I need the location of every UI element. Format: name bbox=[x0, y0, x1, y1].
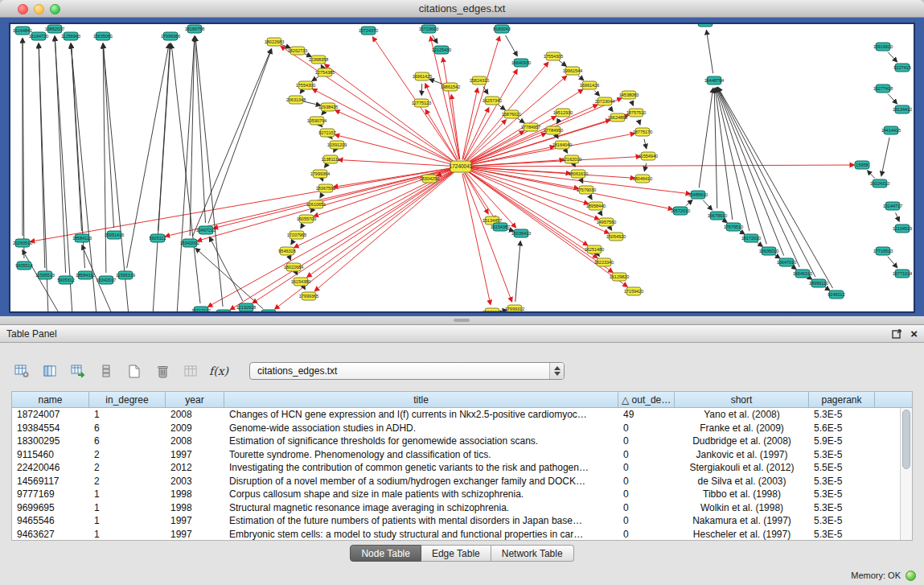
table-row[interactable]: 1456911722003Disruption of a novel membe… bbox=[12, 475, 912, 488]
delete-table-icon[interactable] bbox=[152, 361, 173, 381]
graph-node-label: 18022683 bbox=[265, 39, 284, 44]
graph-edge bbox=[315, 171, 456, 291]
graph-edge bbox=[590, 196, 592, 200]
graph-node-label: 17207965 bbox=[287, 233, 306, 237]
table-panel-body: f(x) citations_edges.txt name in_degree … bbox=[0, 343, 924, 585]
panel-splitter[interactable] bbox=[0, 316, 924, 324]
graph-edge bbox=[714, 89, 717, 208]
table-cell: 1 bbox=[89, 514, 166, 528]
float-panel-icon[interactable] bbox=[892, 328, 902, 339]
minimize-window-button[interactable] bbox=[34, 4, 44, 14]
table-cell: 5.3E-5 bbox=[809, 488, 875, 501]
graph-edge bbox=[31, 168, 454, 242]
tab-edge-table[interactable]: Edge Table bbox=[421, 545, 491, 562]
table-cell: Hescheler et al. (1997) bbox=[675, 528, 809, 542]
row-height-icon[interactable] bbox=[96, 361, 117, 381]
graph-node-label: 18262733 bbox=[288, 48, 307, 53]
table-settings-icon[interactable] bbox=[11, 361, 32, 381]
graph-edge bbox=[55, 36, 72, 311]
table-tabs: Node Table Edge Table Network Table bbox=[11, 545, 913, 562]
table-row[interactable]: 977716911998Corpus callosum shape and si… bbox=[12, 488, 912, 501]
graph-node-label: 16679910 bbox=[708, 213, 727, 218]
table-row[interactable]: 1830029562008Estimation of significance … bbox=[12, 435, 912, 448]
graph-edge bbox=[515, 241, 520, 302]
graph-edge bbox=[718, 88, 833, 289]
close-panel-icon[interactable]: × bbox=[910, 328, 918, 340]
graph-edge bbox=[699, 89, 713, 187]
table-columns-icon[interactable] bbox=[39, 361, 60, 381]
column-header-pagerank[interactable]: pagerank bbox=[809, 392, 875, 408]
table-scrollbar[interactable] bbox=[900, 408, 912, 540]
table-cell: Genome-wide association studies in ADHD. bbox=[224, 422, 618, 435]
graph-node-label: 17579030 bbox=[577, 187, 596, 192]
graph-node-label: 18775170 bbox=[633, 130, 652, 134]
graph-node-label: 18061610 bbox=[569, 171, 588, 176]
table-cell: Yano et al. (2008) bbox=[675, 408, 809, 422]
graph-node-label: 15951416 bbox=[105, 233, 124, 237]
column-header-name[interactable]: name bbox=[12, 392, 89, 408]
graph-node-label: 16154380 bbox=[291, 279, 310, 284]
network-window-titlebar[interactable]: citations_edges.txt bbox=[0, 0, 924, 18]
zoom-window-button[interactable] bbox=[50, 4, 60, 14]
splitter-grip-icon[interactable] bbox=[454, 319, 470, 322]
table-scrollbar-thumb[interactable] bbox=[902, 410, 910, 469]
graph-node-label: 5905312 bbox=[57, 278, 74, 282]
table-cell: 2012 bbox=[166, 461, 224, 475]
graph-node-label: 8183043 bbox=[493, 27, 510, 31]
table-row[interactable]: 911546021997Tourette syndrome. Phenomeno… bbox=[12, 448, 912, 462]
table-body: 1872400712008Changes of HCN gene express… bbox=[12, 408, 912, 541]
graph-edge bbox=[600, 212, 602, 216]
graph-node-label: 16342017 bbox=[97, 278, 116, 282]
graph-edge bbox=[578, 76, 584, 80]
function-builder-icon[interactable]: f(x) bbox=[208, 361, 229, 381]
table-panel-title: Table Panel bbox=[6, 328, 57, 340]
table-cell: 2003 bbox=[166, 475, 224, 488]
column-header-year[interactable]: year bbox=[166, 392, 224, 408]
graph-node-label: 16251480 bbox=[585, 247, 604, 252]
table-cell: 19384554 bbox=[12, 422, 89, 435]
graph-edge bbox=[517, 118, 524, 122]
close-window-button[interactable] bbox=[18, 4, 28, 14]
graph-node-label: 16961425 bbox=[413, 74, 432, 79]
table-row[interactable]: 946362711997Embryonic stem cells: a mode… bbox=[12, 528, 912, 542]
table-row[interactable]: 946554611997Estimation of the future num… bbox=[12, 514, 912, 528]
table-cell: 1 bbox=[89, 488, 166, 501]
table-row[interactable]: 969969511998Structural magnetic resonanc… bbox=[12, 501, 912, 515]
graph-edge bbox=[275, 171, 455, 308]
graph-node-label: 18304250 bbox=[420, 176, 439, 181]
column-header-short[interactable]: short bbox=[675, 392, 809, 408]
graph-node-label: 11554940 bbox=[639, 154, 658, 159]
graph-node-label: 17716513 bbox=[873, 249, 893, 253]
network-canvas[interactable]: 1724004116164841161647301086203711256963… bbox=[10, 24, 914, 311]
table-cell: 0 bbox=[618, 435, 675, 448]
graph-edge bbox=[598, 255, 599, 256]
table-cell: Changes of HCN gene expression and I(f) … bbox=[224, 408, 618, 422]
graph-edge bbox=[214, 168, 454, 228]
new-table-icon[interactable] bbox=[124, 361, 145, 381]
table-cell: 22420046 bbox=[12, 461, 89, 475]
graph-edge bbox=[304, 54, 311, 57]
graph-edge bbox=[177, 36, 195, 311]
table-disabled-icon bbox=[180, 361, 201, 381]
column-header-in-degree[interactable]: in_degree bbox=[89, 392, 166, 408]
table-row[interactable]: 2242004622012Investigating the contribut… bbox=[12, 461, 912, 475]
table-import-icon[interactable] bbox=[68, 361, 88, 381]
table-cell: 0 bbox=[618, 448, 675, 462]
graph-edge bbox=[463, 173, 511, 301]
graph-edge bbox=[291, 241, 293, 245]
graph-node-label: 9305514 bbox=[15, 263, 32, 268]
graph-edge bbox=[703, 200, 712, 210]
column-header-out-degree[interactable]: △ out_de… bbox=[618, 392, 675, 408]
table-row[interactable]: 1938455462009Genome-wide association stu… bbox=[12, 422, 912, 435]
column-header-filler bbox=[875, 392, 912, 408]
column-header-title[interactable]: title bbox=[224, 392, 618, 408]
network-window: citations_edges.txt 17240041161648411616… bbox=[0, 0, 924, 316]
tab-network-table[interactable]: Network Table bbox=[491, 545, 574, 562]
table-cell: Jankovic et al. (1997) bbox=[675, 448, 809, 462]
graph-edge bbox=[230, 171, 454, 310]
table-cell: 1997 bbox=[166, 528, 224, 542]
graph-node-label: 17159420 bbox=[624, 289, 643, 294]
table-selector-dropdown[interactable]: citations_edges.txt bbox=[249, 362, 565, 380]
table-row[interactable]: 1872400712008Changes of HCN gene express… bbox=[12, 408, 912, 422]
tab-node-table[interactable]: Node Table bbox=[350, 545, 421, 562]
